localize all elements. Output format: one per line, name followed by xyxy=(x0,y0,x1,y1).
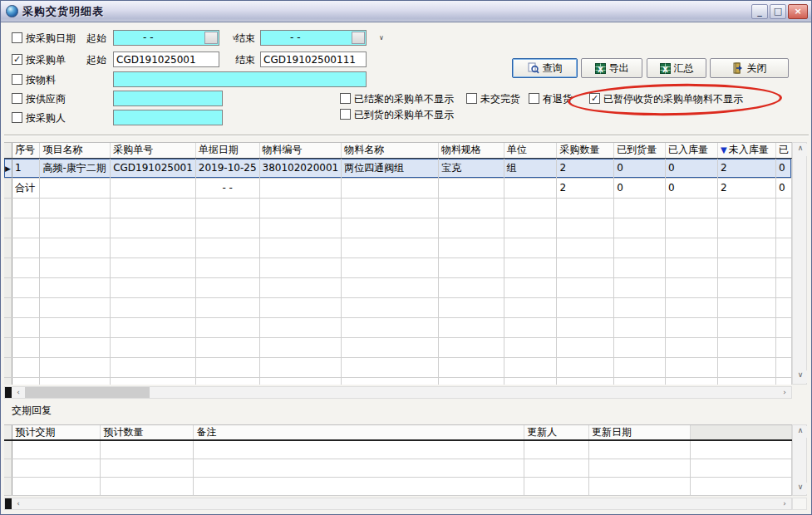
empty-cell[interactable] xyxy=(718,377,776,385)
empty-cell[interactable] xyxy=(614,377,666,385)
empty-cell[interactable] xyxy=(665,277,717,297)
order-start-input[interactable] xyxy=(113,52,219,67)
empty-cell[interactable] xyxy=(665,377,717,385)
cell-item-name[interactable]: 两位四通阀组 xyxy=(342,158,439,178)
empty-cell[interactable] xyxy=(665,357,717,377)
empty-cell[interactable] xyxy=(194,459,524,477)
empty-cell[interactable] xyxy=(111,218,196,238)
empty-cell[interactable] xyxy=(438,357,504,377)
empty-cell[interactable] xyxy=(438,337,504,357)
empty-cell[interactable] xyxy=(342,357,439,377)
col-remark[interactable]: 备注 xyxy=(194,425,524,440)
empty-cell[interactable] xyxy=(665,297,717,317)
empty-cell[interactable] xyxy=(259,377,342,385)
checkbox-by-purchase-date[interactable] xyxy=(12,32,22,43)
empty-cell[interactable] xyxy=(718,317,776,337)
empty-cell[interactable] xyxy=(111,337,196,357)
empty-cell[interactable] xyxy=(718,297,776,317)
empty-cell[interactable] xyxy=(614,258,666,277)
row-selector-cell[interactable] xyxy=(4,357,12,377)
empty-cell[interactable] xyxy=(589,459,691,477)
empty-cell[interactable] xyxy=(614,198,666,218)
empty-cell[interactable] xyxy=(111,198,196,218)
empty-cell[interactable] xyxy=(438,238,504,258)
empty-cell[interactable] xyxy=(12,477,101,495)
empty-cell[interactable] xyxy=(12,357,40,377)
empty-cell[interactable] xyxy=(40,317,111,337)
empty-cell[interactable] xyxy=(195,377,259,385)
empty-cell[interactable] xyxy=(614,317,666,337)
cell-arrived[interactable]: 0 xyxy=(614,158,666,178)
summarize-button[interactable]: X 汇总 xyxy=(647,58,706,78)
buyer-input[interactable] xyxy=(113,110,223,125)
empty-row[interactable] xyxy=(4,477,792,495)
checkbox-by-buyer[interactable] xyxy=(12,112,22,123)
empty-cell[interactable] xyxy=(259,238,342,258)
empty-cell[interactable] xyxy=(504,317,557,337)
row-selector-cell[interactable] xyxy=(4,258,12,277)
empty-cell[interactable] xyxy=(775,377,791,385)
cell-doc-date[interactable]: 2019-10-25 xyxy=(195,158,259,178)
empty-cell[interactable] xyxy=(12,198,40,218)
empty-row[interactable] xyxy=(4,440,792,459)
empty-cell[interactable] xyxy=(12,337,40,357)
empty-cell[interactable] xyxy=(438,297,504,317)
checkbox-has-return[interactable] xyxy=(529,93,539,104)
scroll-up-icon[interactable]: ∧ xyxy=(794,426,807,438)
empty-row[interactable] xyxy=(4,357,792,377)
empty-row[interactable] xyxy=(4,277,792,297)
empty-cell[interactable] xyxy=(12,238,40,258)
material-input[interactable] xyxy=(113,71,367,87)
empty-cell[interactable] xyxy=(557,357,614,377)
checkbox-by-purchase-order[interactable]: ✓ xyxy=(12,54,22,65)
empty-cell[interactable] xyxy=(438,258,504,277)
empty-row[interactable] xyxy=(4,198,792,218)
row-selector-cell[interactable] xyxy=(4,297,12,317)
empty-cell[interactable] xyxy=(557,317,614,337)
empty-cell[interactable] xyxy=(557,277,614,297)
empty-row[interactable] xyxy=(4,218,792,238)
col-project[interactable]: 项目名称 xyxy=(40,143,111,158)
empty-cell[interactable] xyxy=(12,440,101,459)
main-vertical-scrollbar[interactable]: ∧ ∨ xyxy=(792,142,807,385)
empty-cell[interactable] xyxy=(195,218,259,238)
empty-cell[interactable] xyxy=(775,337,791,357)
empty-cell[interactable] xyxy=(775,317,791,337)
row-pointer-cell[interactable]: ▶ xyxy=(4,158,12,178)
empty-cell[interactable] xyxy=(557,218,614,238)
empty-cell[interactable] xyxy=(524,459,589,477)
empty-cell[interactable] xyxy=(342,238,439,258)
col-arrived[interactable]: 已到货量 xyxy=(614,143,666,158)
empty-cell[interactable] xyxy=(40,198,111,218)
empty-cell[interactable] xyxy=(101,440,194,459)
empty-cell[interactable] xyxy=(665,337,717,357)
total-row[interactable]: 合计 - - 2 0 0 2 0 xyxy=(4,178,792,198)
empty-cell[interactable] xyxy=(111,258,196,277)
empty-cell[interactable] xyxy=(775,218,791,238)
col-spec[interactable]: 物料规格 xyxy=(438,143,504,158)
empty-cell[interactable] xyxy=(438,198,504,218)
col-qty[interactable]: 采购数量 xyxy=(557,143,614,158)
empty-cell[interactable] xyxy=(195,258,259,277)
checkbox-closed-po-hidden[interactable] xyxy=(340,93,351,104)
empty-cell[interactable] xyxy=(342,277,439,297)
empty-cell[interactable] xyxy=(195,297,259,317)
empty-cell[interactable] xyxy=(12,258,40,277)
row-selector-cell[interactable] xyxy=(4,238,12,258)
empty-cell[interactable] xyxy=(504,337,557,357)
checkbox-arrived-po-hidden[interactable] xyxy=(340,109,351,120)
empty-cell[interactable] xyxy=(12,297,40,317)
row-selector-cell[interactable] xyxy=(4,377,12,385)
minimize-button[interactable]: _ xyxy=(751,4,768,19)
checkbox-not-finished[interactable] xyxy=(466,93,477,104)
cell-item-no[interactable]: 380102020001 xyxy=(259,158,342,178)
empty-cell[interactable] xyxy=(195,357,259,377)
data-row-selected[interactable]: ▶ 1 高频-康宁二期 CGD191025001 2019-10-25 3801… xyxy=(4,158,792,178)
empty-cell[interactable] xyxy=(665,198,717,218)
empty-cell[interactable] xyxy=(718,218,776,238)
empty-cell[interactable] xyxy=(614,357,666,377)
empty-cell[interactable] xyxy=(614,297,666,317)
empty-cell[interactable] xyxy=(259,357,342,377)
scroll-right-icon[interactable]: › xyxy=(778,498,791,509)
empty-cell[interactable] xyxy=(614,218,666,238)
